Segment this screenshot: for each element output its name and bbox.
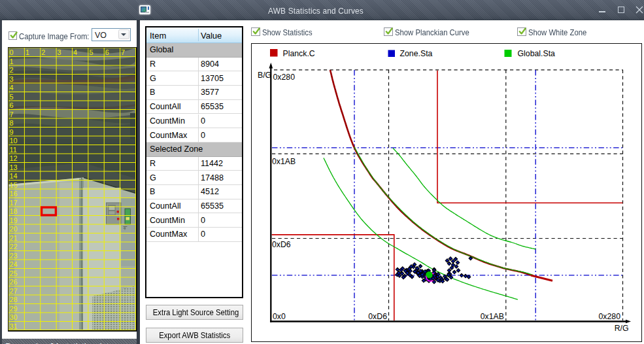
svg-text:R/G: R/G [614, 324, 628, 333]
svg-text:5: 5 [9, 93, 13, 101]
svg-text:0xD6: 0xD6 [368, 312, 387, 321]
svg-text:19: 19 [9, 216, 17, 224]
svg-text:22: 22 [9, 243, 17, 250]
svg-text:20: 20 [9, 225, 17, 233]
svg-text:25: 25 [9, 269, 17, 277]
svg-text:4: 4 [9, 84, 13, 92]
svg-text:12: 12 [9, 154, 17, 162]
svg-text:7: 7 [9, 111, 13, 118]
svg-text:3: 3 [9, 75, 13, 83]
svg-text:18: 18 [9, 207, 17, 215]
svg-text:31: 31 [9, 322, 17, 330]
svg-text:0xD6: 0xD6 [272, 240, 291, 249]
svg-text:0x1AB: 0x1AB [480, 312, 503, 321]
svg-text:1: 1 [25, 48, 29, 56]
svg-text:1: 1 [9, 58, 13, 65]
svg-text:29: 29 [9, 305, 17, 313]
svg-text:15: 15 [9, 181, 17, 189]
svg-text:3: 3 [57, 48, 61, 56]
svg-text:10: 10 [9, 137, 17, 145]
svg-text:21: 21 [9, 234, 17, 242]
svg-text:B/G: B/G [258, 71, 271, 80]
svg-text:27: 27 [9, 287, 17, 295]
svg-text:11: 11 [9, 146, 16, 154]
svg-text:9: 9 [9, 128, 13, 136]
svg-text:8: 8 [9, 119, 13, 127]
svg-text:13: 13 [9, 163, 17, 171]
svg-text:7: 7 [121, 48, 125, 56]
svg-text:16: 16 [9, 190, 17, 198]
svg-text:5: 5 [89, 48, 93, 56]
svg-text:Planck.C: Planck.C [282, 49, 314, 58]
svg-text:6: 6 [105, 48, 109, 56]
svg-text:0x280: 0x280 [273, 73, 295, 82]
svg-text:Zone.Sta: Zone.Sta [399, 49, 432, 58]
svg-text:17: 17 [9, 199, 17, 207]
svg-text:30: 30 [9, 313, 17, 321]
svg-text:2: 2 [41, 48, 45, 56]
svg-text:0x1AB: 0x1AB [272, 157, 296, 166]
svg-text:0x280: 0x280 [598, 312, 620, 321]
svg-text:0: 0 [9, 48, 13, 56]
svg-text:6: 6 [9, 101, 13, 109]
svg-text:28: 28 [9, 296, 17, 303]
svg-text:14: 14 [9, 172, 17, 180]
svg-text:Global.Sta: Global.Sta [517, 49, 555, 58]
svg-text:26: 26 [9, 278, 17, 286]
svg-text:0x0: 0x0 [273, 312, 286, 321]
svg-text:24: 24 [9, 260, 17, 268]
svg-text:4: 4 [73, 48, 77, 56]
svg-text:23: 23 [9, 252, 17, 260]
svg-text:2: 2 [9, 66, 13, 74]
